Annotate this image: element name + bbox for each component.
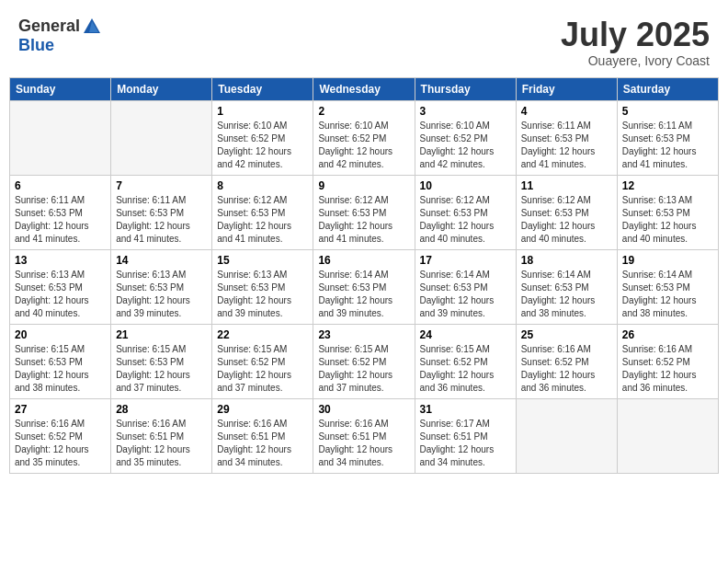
day-number: 2 <box>318 105 409 118</box>
calendar-cell: 22Sunrise: 6:15 AM Sunset: 6:52 PM Dayli… <box>212 324 313 398</box>
day-number: 7 <box>116 179 207 192</box>
day-number: 13 <box>15 254 106 267</box>
day-number: 30 <box>318 403 409 416</box>
day-number: 23 <box>318 328 409 341</box>
day-info: Sunrise: 6:16 AM Sunset: 6:52 PM Dayligh… <box>521 343 612 395</box>
day-info: Sunrise: 6:11 AM Sunset: 6:53 PM Dayligh… <box>622 120 713 171</box>
calendar-cell: 16Sunrise: 6:14 AM Sunset: 6:53 PM Dayli… <box>313 249 415 324</box>
calendar-cell: 31Sunrise: 6:17 AM Sunset: 6:51 PM Dayli… <box>415 398 516 473</box>
header-thursday: Thursday <box>415 77 516 100</box>
day-info: Sunrise: 6:10 AM Sunset: 6:52 PM Dayligh… <box>217 120 308 171</box>
calendar-cell: 5Sunrise: 6:11 AM Sunset: 6:53 PM Daylig… <box>617 100 718 175</box>
calendar-cell: 25Sunrise: 6:16 AM Sunset: 6:52 PM Dayli… <box>516 324 617 398</box>
weekday-header-row: Sunday Monday Tuesday Wednesday Thursday… <box>10 77 719 100</box>
calendar-cell: 15Sunrise: 6:13 AM Sunset: 6:53 PM Dayli… <box>212 249 313 324</box>
calendar-cell <box>10 100 111 175</box>
day-info: Sunrise: 6:11 AM Sunset: 6:53 PM Dayligh… <box>521 120 612 171</box>
title-block: July 2025 Ouayere, Ivory Coast <box>561 17 710 68</box>
week-row-4: 20Sunrise: 6:15 AM Sunset: 6:53 PM Dayli… <box>10 324 719 398</box>
day-info: Sunrise: 6:10 AM Sunset: 6:52 PM Dayligh… <box>420 120 511 171</box>
day-number: 19 <box>622 254 713 267</box>
day-number: 27 <box>15 403 106 416</box>
day-number: 15 <box>217 254 308 267</box>
day-info: Sunrise: 6:13 AM Sunset: 6:53 PM Dayligh… <box>15 269 106 320</box>
day-info: Sunrise: 6:15 AM Sunset: 6:52 PM Dayligh… <box>318 343 409 395</box>
day-info: Sunrise: 6:15 AM Sunset: 6:52 PM Dayligh… <box>420 343 511 395</box>
header-sunday: Sunday <box>10 77 111 100</box>
day-info: Sunrise: 6:16 AM Sunset: 6:51 PM Dayligh… <box>318 418 409 469</box>
day-info: Sunrise: 6:15 AM Sunset: 6:53 PM Dayligh… <box>116 343 207 395</box>
day-info: Sunrise: 6:14 AM Sunset: 6:53 PM Dayligh… <box>318 269 409 320</box>
calendar-cell: 17Sunrise: 6:14 AM Sunset: 6:53 PM Dayli… <box>415 249 516 324</box>
calendar-cell: 8Sunrise: 6:12 AM Sunset: 6:53 PM Daylig… <box>212 175 313 249</box>
day-number: 25 <box>521 328 612 341</box>
calendar-cell: 11Sunrise: 6:12 AM Sunset: 6:53 PM Dayli… <box>516 175 617 249</box>
day-info: Sunrise: 6:12 AM Sunset: 6:53 PM Dayligh… <box>217 194 308 246</box>
day-number: 16 <box>318 254 409 267</box>
calendar-cell: 20Sunrise: 6:15 AM Sunset: 6:53 PM Dayli… <box>10 324 111 398</box>
day-info: Sunrise: 6:13 AM Sunset: 6:53 PM Dayligh… <box>622 194 713 246</box>
header-monday: Monday <box>111 77 212 100</box>
day-info: Sunrise: 6:16 AM Sunset: 6:52 PM Dayligh… <box>622 343 713 395</box>
day-number: 17 <box>420 254 511 267</box>
calendar-cell: 29Sunrise: 6:16 AM Sunset: 6:51 PM Dayli… <box>212 398 313 473</box>
day-number: 10 <box>420 179 511 192</box>
week-row-1: 1Sunrise: 6:10 AM Sunset: 6:52 PM Daylig… <box>10 100 719 175</box>
calendar-cell: 1Sunrise: 6:10 AM Sunset: 6:52 PM Daylig… <box>212 100 313 175</box>
day-number: 9 <box>318 179 409 192</box>
calendar-cell: 7Sunrise: 6:11 AM Sunset: 6:53 PM Daylig… <box>111 175 212 249</box>
day-number: 12 <box>622 179 713 192</box>
day-info: Sunrise: 6:16 AM Sunset: 6:51 PM Dayligh… <box>217 418 308 469</box>
day-number: 6 <box>15 179 106 192</box>
header-tuesday: Tuesday <box>212 77 313 100</box>
calendar-cell: 12Sunrise: 6:13 AM Sunset: 6:53 PM Dayli… <box>617 175 718 249</box>
page-header: General Blue July 2025 Ouayere, Ivory Co… <box>9 9 719 72</box>
calendar-cell: 14Sunrise: 6:13 AM Sunset: 6:53 PM Dayli… <box>111 249 212 324</box>
calendar-cell <box>617 398 718 473</box>
logo: General Blue <box>18 17 102 55</box>
week-row-2: 6Sunrise: 6:11 AM Sunset: 6:53 PM Daylig… <box>10 175 719 249</box>
calendar-cell: 13Sunrise: 6:13 AM Sunset: 6:53 PM Dayli… <box>10 249 111 324</box>
location-title: Ouayere, Ivory Coast <box>561 53 710 68</box>
day-info: Sunrise: 6:14 AM Sunset: 6:53 PM Dayligh… <box>622 269 713 320</box>
day-number: 5 <box>622 105 713 118</box>
day-info: Sunrise: 6:16 AM Sunset: 6:51 PM Dayligh… <box>116 418 207 469</box>
day-info: Sunrise: 6:15 AM Sunset: 6:53 PM Dayligh… <box>15 343 106 395</box>
calendar-cell: 21Sunrise: 6:15 AM Sunset: 6:53 PM Dayli… <box>111 324 212 398</box>
calendar-cell: 2Sunrise: 6:10 AM Sunset: 6:52 PM Daylig… <box>313 100 415 175</box>
calendar-cell: 9Sunrise: 6:12 AM Sunset: 6:53 PM Daylig… <box>313 175 415 249</box>
day-number: 20 <box>15 328 106 341</box>
calendar-cell <box>111 100 212 175</box>
logo-text-blue: Blue <box>18 36 54 54</box>
day-info: Sunrise: 6:12 AM Sunset: 6:53 PM Dayligh… <box>420 194 511 246</box>
day-number: 1 <box>217 105 308 118</box>
day-number: 3 <box>420 105 511 118</box>
day-info: Sunrise: 6:14 AM Sunset: 6:53 PM Dayligh… <box>420 269 511 320</box>
day-number: 24 <box>420 328 511 341</box>
calendar-cell: 26Sunrise: 6:16 AM Sunset: 6:52 PM Dayli… <box>617 324 718 398</box>
day-number: 28 <box>116 403 207 416</box>
calendar-cell: 4Sunrise: 6:11 AM Sunset: 6:53 PM Daylig… <box>516 100 617 175</box>
day-number: 11 <box>521 179 612 192</box>
day-info: Sunrise: 6:12 AM Sunset: 6:53 PM Dayligh… <box>521 194 612 246</box>
calendar-cell: 18Sunrise: 6:14 AM Sunset: 6:53 PM Dayli… <box>516 249 617 324</box>
calendar-cell: 3Sunrise: 6:10 AM Sunset: 6:52 PM Daylig… <box>415 100 516 175</box>
logo-icon <box>82 17 102 37</box>
day-number: 8 <box>217 179 308 192</box>
calendar-cell: 28Sunrise: 6:16 AM Sunset: 6:51 PM Dayli… <box>111 398 212 473</box>
week-row-3: 13Sunrise: 6:13 AM Sunset: 6:53 PM Dayli… <box>10 249 719 324</box>
calendar-cell: 27Sunrise: 6:16 AM Sunset: 6:52 PM Dayli… <box>10 398 111 473</box>
day-number: 4 <box>521 105 612 118</box>
logo-text-general: General <box>18 17 80 36</box>
header-saturday: Saturday <box>617 77 718 100</box>
header-friday: Friday <box>516 77 617 100</box>
calendar-cell <box>516 398 617 473</box>
month-title: July 2025 <box>561 17 710 53</box>
day-info: Sunrise: 6:16 AM Sunset: 6:52 PM Dayligh… <box>15 418 106 469</box>
day-number: 18 <box>521 254 612 267</box>
calendar-cell: 10Sunrise: 6:12 AM Sunset: 6:53 PM Dayli… <box>415 175 516 249</box>
day-info: Sunrise: 6:13 AM Sunset: 6:53 PM Dayligh… <box>116 269 207 320</box>
day-number: 31 <box>420 403 511 416</box>
week-row-5: 27Sunrise: 6:16 AM Sunset: 6:52 PM Dayli… <box>10 398 719 473</box>
day-number: 26 <box>622 328 713 341</box>
